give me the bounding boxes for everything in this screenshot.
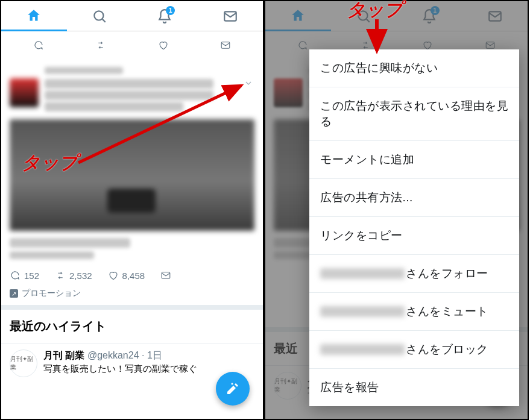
reply-icon[interactable] — [33, 40, 44, 51]
tweet-context-menu: この広告に興味がない この広告が表示されている理由を見る モーメントに追加 広告… — [309, 49, 519, 406]
retweet-count: 2,532 — [69, 271, 92, 281]
like-count: 8,458 — [122, 271, 145, 281]
highlights-header: 最近のハイライト — [1, 310, 263, 343]
avatar[interactable]: 月刊✦副業 — [10, 349, 37, 377]
menu-copy-link[interactable]: リンクをコピー — [309, 217, 519, 255]
share-button[interactable] — [160, 270, 171, 281]
tweet-stats: 152 2,532 8,458 — [10, 270, 254, 281]
menu-follow[interactable]: さんをフォロー — [309, 255, 519, 293]
search-icon[interactable] — [92, 8, 107, 24]
reply-count: 152 — [24, 271, 39, 281]
retweet-button[interactable]: 2,532 — [55, 270, 92, 281]
annotation-tap-right: タップ — [347, 0, 403, 22]
svg-rect-3 — [222, 42, 230, 49]
menu-not-interested[interactable]: この広告に興味がない — [309, 49, 519, 87]
avatar[interactable] — [10, 78, 39, 107]
like-icon[interactable] — [158, 40, 169, 51]
reply-button[interactable]: 152 — [10, 270, 39, 281]
share-icon[interactable] — [220, 40, 231, 51]
menu-report-ad[interactable]: 広告を報告 — [309, 369, 519, 406]
promoted-icon: ↗ — [10, 289, 18, 298]
notif-badge: 1 — [166, 6, 175, 15]
menu-mute[interactable]: さんをミュート — [309, 293, 519, 331]
menu-share-method[interactable]: 広告の共有方法... — [309, 179, 519, 217]
like-button[interactable]: 8,458 — [108, 270, 145, 281]
annotation-tap-left: タップ — [22, 151, 78, 175]
promoted-tweet[interactable]: 152 2,532 8,458 ↗ プロモーション — [1, 59, 263, 305]
account-handle: @gekkan24 · 1日 — [87, 350, 162, 360]
svg-rect-4 — [162, 272, 170, 279]
svg-line-1 — [103, 19, 106, 22]
account-name: 月刊 副業 — [43, 350, 84, 360]
retweet-icon[interactable] — [95, 40, 106, 51]
prev-tweet-actions — [1, 31, 263, 59]
svg-point-0 — [94, 11, 103, 20]
messages-icon[interactable] — [222, 8, 238, 24]
menu-block[interactable]: さんをブロック — [309, 331, 519, 369]
promoted-label: ↗ プロモーション — [10, 288, 254, 299]
home-icon[interactable] — [26, 8, 42, 24]
compose-fab[interactable] — [216, 372, 250, 406]
menu-add-moment[interactable]: モーメントに追加 — [309, 141, 519, 179]
menu-why-ad[interactable]: この広告が表示されている理由を見る — [309, 87, 519, 141]
notifications-icon[interactable]: 1 — [157, 8, 172, 24]
tweet-menu-caret[interactable] — [244, 78, 253, 90]
top-nav: 1 — [1, 1, 263, 31]
tweet-text: 写真を販売したい！写真の副業で稼ぐ — [43, 363, 197, 375]
